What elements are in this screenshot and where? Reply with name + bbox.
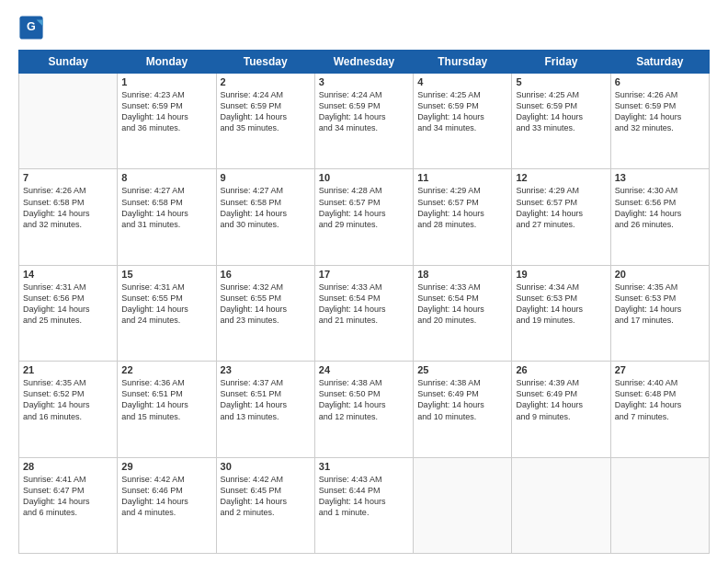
calendar-cell: 13Sunrise: 4:30 AMSunset: 6:56 PMDayligh…: [610, 169, 709, 265]
cell-content: Sunrise: 4:38 AMSunset: 6:50 PMDaylight:…: [319, 377, 409, 422]
cell-content: Sunrise: 4:42 AMSunset: 6:46 PMDaylight:…: [121, 474, 211, 519]
calendar-week-5: 28Sunrise: 4:41 AMSunset: 6:47 PMDayligh…: [19, 457, 710, 553]
cell-content: Sunrise: 4:24 AMSunset: 6:59 PMDaylight:…: [221, 89, 311, 134]
calendar-cell: 20Sunrise: 4:35 AMSunset: 6:53 PMDayligh…: [610, 265, 709, 361]
weekday-header-row: SundayMondayTuesdayWednesdayThursdayFrid…: [19, 51, 710, 74]
calendar-week-3: 14Sunrise: 4:31 AMSunset: 6:56 PMDayligh…: [19, 265, 710, 361]
day-number: 7: [23, 172, 113, 183]
weekday-header-saturday: Saturday: [610, 51, 709, 74]
logo: G: [18, 15, 48, 40]
calendar-cell: 27Sunrise: 4:40 AMSunset: 6:48 PMDayligh…: [610, 362, 709, 457]
weekday-header-monday: Monday: [118, 51, 216, 74]
cell-content: Sunrise: 4:24 AMSunset: 6:59 PMDaylight:…: [319, 89, 409, 134]
weekday-header-sunday: Sunday: [19, 51, 118, 74]
calendar-cell: 30Sunrise: 4:42 AMSunset: 6:45 PMDayligh…: [216, 457, 314, 553]
weekday-header-thursday: Thursday: [414, 51, 512, 74]
cell-content: Sunrise: 4:27 AMSunset: 6:58 PMDaylight:…: [221, 185, 311, 230]
calendar-cell: 31Sunrise: 4:43 AMSunset: 6:44 PMDayligh…: [314, 457, 413, 553]
calendar-body: 1Sunrise: 4:23 AMSunset: 6:59 PMDaylight…: [19, 74, 710, 554]
day-number: 14: [23, 269, 113, 280]
cell-content: Sunrise: 4:26 AMSunset: 6:59 PMDaylight:…: [615, 89, 705, 134]
cell-content: Sunrise: 4:31 AMSunset: 6:56 PMDaylight:…: [23, 282, 113, 327]
calendar-cell: 7Sunrise: 4:26 AMSunset: 6:58 PMDaylight…: [19, 169, 118, 265]
day-number: 23: [221, 364, 311, 375]
cell-content: Sunrise: 4:34 AMSunset: 6:53 PMDaylight:…: [516, 282, 606, 327]
day-number: 12: [516, 172, 606, 183]
calendar-table: SundayMondayTuesdayWednesdayThursdayFrid…: [18, 50, 710, 554]
day-number: 29: [121, 461, 211, 472]
calendar-cell: 4Sunrise: 4:25 AMSunset: 6:59 PMDaylight…: [414, 74, 512, 169]
calendar-cell: 1Sunrise: 4:23 AMSunset: 6:59 PMDaylight…: [118, 74, 216, 169]
calendar-cell: 29Sunrise: 4:42 AMSunset: 6:46 PMDayligh…: [118, 457, 216, 553]
day-number: 21: [23, 364, 113, 375]
day-number: 16: [221, 269, 311, 280]
cell-content: Sunrise: 4:39 AMSunset: 6:49 PMDaylight:…: [516, 377, 606, 422]
day-number: 6: [615, 76, 705, 87]
calendar-cell: 22Sunrise: 4:36 AMSunset: 6:51 PMDayligh…: [118, 362, 216, 457]
calendar-page: G SundayMondayTuesdayWednesdayThursdayFr…: [0, 0, 728, 563]
calendar-cell: 2Sunrise: 4:24 AMSunset: 6:59 PMDaylight…: [216, 74, 314, 169]
calendar-cell: 14Sunrise: 4:31 AMSunset: 6:56 PMDayligh…: [19, 265, 118, 361]
day-number: 31: [319, 461, 409, 472]
cell-content: Sunrise: 4:36 AMSunset: 6:51 PMDaylight:…: [121, 377, 211, 422]
cell-content: Sunrise: 4:32 AMSunset: 6:55 PMDaylight:…: [221, 282, 311, 327]
cell-content: Sunrise: 4:42 AMSunset: 6:45 PMDaylight:…: [221, 474, 311, 519]
cell-content: Sunrise: 4:27 AMSunset: 6:58 PMDaylight:…: [121, 185, 211, 230]
cell-content: Sunrise: 4:43 AMSunset: 6:44 PMDaylight:…: [319, 474, 409, 519]
day-number: 15: [121, 269, 211, 280]
svg-text:G: G: [27, 20, 36, 33]
cell-content: Sunrise: 4:37 AMSunset: 6:51 PMDaylight:…: [221, 377, 311, 422]
day-number: 5: [516, 76, 606, 87]
cell-content: Sunrise: 4:33 AMSunset: 6:54 PMDaylight:…: [319, 282, 409, 327]
calendar-cell: 17Sunrise: 4:33 AMSunset: 6:54 PMDayligh…: [314, 265, 413, 361]
day-number: 28: [23, 461, 113, 472]
day-number: 30: [221, 461, 311, 472]
cell-content: Sunrise: 4:31 AMSunset: 6:55 PMDaylight:…: [121, 282, 211, 327]
day-number: 4: [417, 76, 507, 87]
day-number: 22: [121, 364, 211, 375]
calendar-cell: 21Sunrise: 4:35 AMSunset: 6:52 PMDayligh…: [19, 362, 118, 457]
cell-content: Sunrise: 4:33 AMSunset: 6:54 PMDaylight:…: [417, 282, 507, 327]
calendar-cell: 23Sunrise: 4:37 AMSunset: 6:51 PMDayligh…: [216, 362, 314, 457]
day-number: 3: [319, 76, 409, 87]
cell-content: Sunrise: 4:28 AMSunset: 6:57 PMDaylight:…: [319, 185, 409, 230]
calendar-cell: 19Sunrise: 4:34 AMSunset: 6:53 PMDayligh…: [512, 265, 610, 361]
cell-content: Sunrise: 4:29 AMSunset: 6:57 PMDaylight:…: [516, 185, 606, 230]
calendar-cell: 6Sunrise: 4:26 AMSunset: 6:59 PMDaylight…: [610, 74, 709, 169]
day-number: 13: [615, 172, 705, 183]
calendar-cell: 8Sunrise: 4:27 AMSunset: 6:58 PMDaylight…: [118, 169, 216, 265]
day-number: 20: [615, 269, 705, 280]
calendar-week-1: 1Sunrise: 4:23 AMSunset: 6:59 PMDaylight…: [19, 74, 710, 169]
calendar-cell: [414, 457, 512, 553]
calendar-cell: 16Sunrise: 4:32 AMSunset: 6:55 PMDayligh…: [216, 265, 314, 361]
calendar-week-4: 21Sunrise: 4:35 AMSunset: 6:52 PMDayligh…: [19, 362, 710, 457]
weekday-header-tuesday: Tuesday: [216, 51, 314, 74]
calendar-cell: 18Sunrise: 4:33 AMSunset: 6:54 PMDayligh…: [414, 265, 512, 361]
cell-content: Sunrise: 4:40 AMSunset: 6:48 PMDaylight:…: [615, 377, 705, 422]
header: G: [18, 15, 710, 40]
cell-content: Sunrise: 4:29 AMSunset: 6:57 PMDaylight:…: [417, 185, 507, 230]
cell-content: Sunrise: 4:41 AMSunset: 6:47 PMDaylight:…: [23, 474, 113, 519]
weekday-header-wednesday: Wednesday: [314, 51, 413, 74]
calendar-cell: 5Sunrise: 4:25 AMSunset: 6:59 PMDaylight…: [512, 74, 610, 169]
cell-content: Sunrise: 4:35 AMSunset: 6:52 PMDaylight:…: [23, 377, 113, 422]
day-number: 25: [417, 364, 507, 375]
day-number: 2: [221, 76, 311, 87]
day-number: 1: [121, 76, 211, 87]
calendar-cell: [19, 74, 118, 169]
cell-content: Sunrise: 4:25 AMSunset: 6:59 PMDaylight:…: [417, 89, 507, 134]
cell-content: Sunrise: 4:23 AMSunset: 6:59 PMDaylight:…: [121, 89, 211, 134]
calendar-cell: 15Sunrise: 4:31 AMSunset: 6:55 PMDayligh…: [118, 265, 216, 361]
calendar-cell: 11Sunrise: 4:29 AMSunset: 6:57 PMDayligh…: [414, 169, 512, 265]
calendar-cell: [610, 457, 709, 553]
day-number: 9: [221, 172, 311, 183]
cell-content: Sunrise: 4:38 AMSunset: 6:49 PMDaylight:…: [417, 377, 507, 422]
calendar-cell: [512, 457, 610, 553]
calendar-cell: 26Sunrise: 4:39 AMSunset: 6:49 PMDayligh…: [512, 362, 610, 457]
day-number: 17: [319, 269, 409, 280]
calendar-cell: 9Sunrise: 4:27 AMSunset: 6:58 PMDaylight…: [216, 169, 314, 265]
cell-content: Sunrise: 4:35 AMSunset: 6:53 PMDaylight:…: [615, 282, 705, 327]
day-number: 10: [319, 172, 409, 183]
logo-icon: G: [18, 15, 44, 40]
calendar-cell: 3Sunrise: 4:24 AMSunset: 6:59 PMDaylight…: [314, 74, 413, 169]
